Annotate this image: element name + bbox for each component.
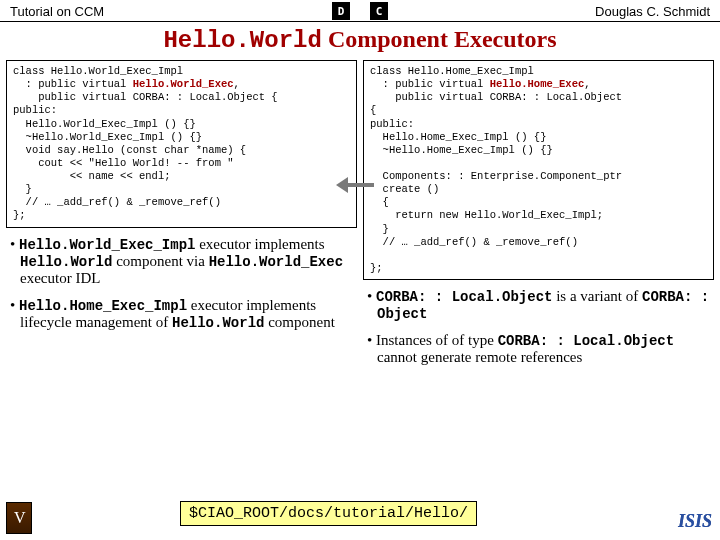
- header-right: Douglas C. Schmidt: [595, 4, 710, 19]
- code-right: class Hello.Home_Exec_Impl : public virt…: [363, 60, 714, 280]
- arrow-icon: [340, 175, 374, 195]
- doc-logo: DC: [332, 2, 388, 20]
- page-title: Hello.World Component Executors: [0, 22, 720, 60]
- right-bullets: • CORBA: : Local.Object is a variant of …: [363, 288, 714, 366]
- right-bullet-1: • CORBA: : Local.Object is a variant of …: [367, 288, 710, 322]
- right-bullet-2: • Instances of of type CORBA: : Local.Ob…: [367, 332, 710, 366]
- left-bullet-2: • Hello.Home_Exec_Impl executor implemen…: [10, 297, 353, 331]
- code-left: class Hello.World_Exec_Impl : public vir…: [6, 60, 357, 228]
- footer-logo: ISIS: [678, 511, 712, 532]
- path-box: $CIAO_ROOT/docs/tutorial/Hello/: [180, 501, 477, 526]
- header-left: Tutorial on CCM: [10, 4, 104, 19]
- left-bullets: • Hello.World_Exec_Impl executor impleme…: [6, 236, 357, 331]
- title-mono: Hello.World: [163, 27, 321, 54]
- shield-icon: [6, 502, 32, 534]
- title-rest: Component Executors: [322, 26, 557, 52]
- left-bullet-1: • Hello.World_Exec_Impl executor impleme…: [10, 236, 353, 287]
